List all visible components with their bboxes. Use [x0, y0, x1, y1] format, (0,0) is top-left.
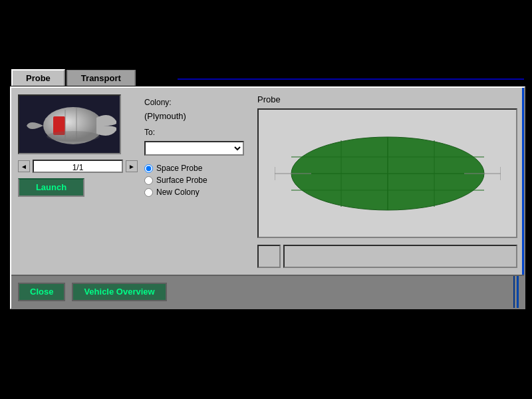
probe-type-group: Space Probe Surface Probe New Colony	[144, 164, 251, 197]
middle-panel: Colony: (Plymouth) To: Space Probe Surfa…	[144, 94, 251, 268]
blue-deco-right2	[513, 276, 515, 308]
to-label: To:	[144, 128, 251, 137]
probe-info-box	[257, 245, 281, 268]
bottom-bar: Close Vehicle Overview	[11, 275, 524, 308]
tab-decoration-line	[178, 78, 524, 80]
probe-counter: 1/1	[33, 160, 123, 173]
surface-probe-label: Surface Probe	[156, 176, 207, 185]
tab-transport[interactable]: Transport	[66, 70, 136, 86]
radio-surface-probe[interactable]: Surface Probe	[144, 176, 251, 185]
blue-deco-right	[517, 276, 519, 308]
blue-side-deco	[522, 88, 524, 275]
space-probe-label: Space Probe	[156, 164, 202, 173]
close-button[interactable]: Close	[18, 283, 65, 301]
probe-display-title: Probe	[257, 94, 517, 104]
probe-visualization	[257, 108, 517, 238]
tab-bar: Probe Transport	[11, 69, 136, 86]
probe-navigation: ◄ 1/1 ►	[18, 160, 138, 173]
right-panel: Probe	[257, 94, 517, 268]
main-dialog: Probe Transport	[10, 86, 525, 309]
destination-select[interactable]	[144, 141, 244, 156]
vehicle-overview-button[interactable]: Vehicle Overview	[72, 283, 166, 301]
colony-label: Colony:	[144, 98, 251, 107]
colony-name: (Plymouth)	[144, 111, 251, 121]
probe-desc-box	[283, 245, 517, 268]
left-panel: ◄ 1/1 ► Launch	[18, 94, 138, 268]
launch-button[interactable]: Launch	[18, 178, 84, 197]
radio-new-colony[interactable]: New Colony	[144, 188, 251, 197]
svg-point-4	[47, 131, 100, 142]
next-probe-button[interactable]: ►	[126, 160, 138, 172]
radio-space-probe[interactable]: Space Probe	[144, 164, 251, 173]
ship-image	[18, 94, 121, 154]
new-colony-label: New Colony	[156, 188, 200, 197]
tab-probe[interactable]: Probe	[11, 69, 65, 86]
prev-probe-button[interactable]: ◄	[18, 160, 30, 172]
